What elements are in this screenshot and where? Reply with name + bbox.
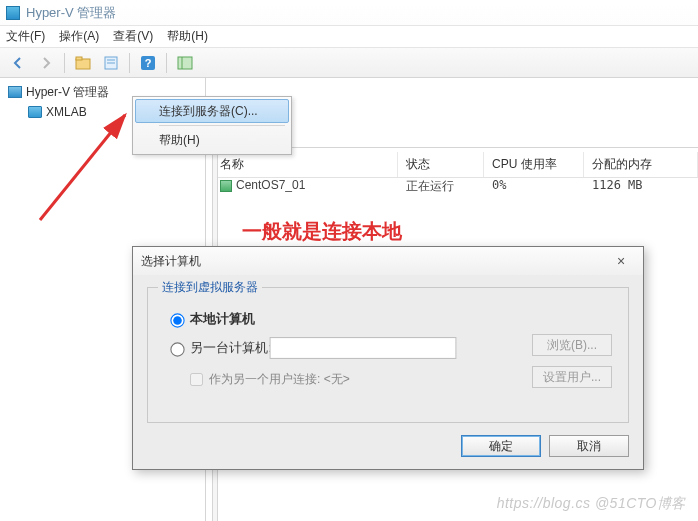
- manager-icon: [8, 86, 22, 98]
- annotation-text: 一般就是连接本地: [242, 218, 402, 245]
- svg-text:?: ?: [145, 57, 152, 69]
- alt-user-checkbox-row[interactable]: 作为另一个用户连接: <无>: [186, 370, 350, 389]
- col-state[interactable]: 状态: [398, 152, 484, 177]
- vm-mem: 1126 MB: [584, 175, 698, 198]
- radio-remote-label: 另一台计算机:: [190, 339, 272, 357]
- close-button[interactable]: ×: [607, 253, 635, 269]
- radio-local-label: 本地计算机: [190, 310, 255, 328]
- title-bar: Hyper-V 管理器: [0, 0, 698, 26]
- toolbar: ?: [0, 48, 698, 78]
- folder-button[interactable]: [71, 51, 95, 75]
- svg-rect-1: [76, 57, 82, 60]
- radio-local-input[interactable]: [170, 313, 184, 327]
- help-button[interactable]: ?: [136, 51, 160, 75]
- col-mem[interactable]: 分配的内存: [584, 152, 698, 177]
- menu-bar: 文件(F) 操作(A) 查看(V) 帮助(H): [0, 26, 698, 48]
- server-button[interactable]: [173, 51, 197, 75]
- tree-root-label: Hyper-V 管理器: [26, 84, 109, 101]
- toolbar-separator: [129, 53, 130, 73]
- vm-name: CentOS7_01: [236, 178, 305, 192]
- select-computer-dialog: 选择计算机 × 连接到虚拟服务器 本地计算机 另一台计算机: 浏览(B)... …: [132, 246, 644, 470]
- vm-state: 正在运行: [398, 175, 484, 198]
- col-cpu[interactable]: CPU 使用率: [484, 152, 584, 177]
- menu-actions[interactable]: 操作(A): [59, 28, 99, 45]
- vm-icon: [220, 180, 232, 192]
- group-label: 连接到虚拟服务器: [158, 279, 262, 296]
- watermark: https://blog.cs @51CTO博客: [497, 495, 686, 513]
- radio-remote-computer[interactable]: 另一台计算机:: [166, 338, 454, 358]
- browse-button[interactable]: 浏览(B)...: [532, 334, 612, 356]
- host-icon: [28, 106, 42, 118]
- context-menu: 连接到服务器(C)... 帮助(H): [132, 96, 292, 155]
- set-user-button[interactable]: 设置用户...: [532, 366, 612, 388]
- forward-button[interactable]: [34, 51, 58, 75]
- ctx-help[interactable]: 帮助(H): [135, 128, 289, 152]
- toolbar-separator: [166, 53, 167, 73]
- radio-remote-input[interactable]: [170, 342, 184, 356]
- radio-local-computer[interactable]: 本地计算机: [166, 310, 255, 328]
- alt-user-checkbox: [190, 373, 203, 386]
- app-title: Hyper-V 管理器: [26, 4, 116, 22]
- menu-help[interactable]: 帮助(H): [167, 28, 208, 45]
- remote-name-input[interactable]: [269, 337, 456, 359]
- app-icon: [6, 6, 20, 20]
- toolbar-separator: [64, 53, 65, 73]
- tree-host-label: XMLAB: [46, 105, 87, 119]
- alt-user-label: 作为另一个用户连接: <无>: [209, 371, 350, 388]
- vm-cpu: 0%: [484, 175, 584, 198]
- menu-view[interactable]: 查看(V): [113, 28, 153, 45]
- vm-row[interactable]: CentOS7_01 正在运行 0% 1126 MB: [212, 175, 698, 198]
- dialog-title: 选择计算机: [141, 253, 201, 270]
- cancel-button[interactable]: 取消: [549, 435, 629, 457]
- svg-rect-7: [178, 57, 192, 69]
- ctx-connect-server[interactable]: 连接到服务器(C)...: [135, 99, 289, 123]
- ok-button[interactable]: 确定: [461, 435, 541, 457]
- menu-file[interactable]: 文件(F): [6, 28, 45, 45]
- dialog-buttons: 确定 取消: [461, 435, 629, 457]
- back-button[interactable]: [6, 51, 30, 75]
- col-name[interactable]: 名称: [212, 152, 398, 177]
- dialog-title-bar[interactable]: 选择计算机 ×: [133, 247, 643, 275]
- group-box: 连接到虚拟服务器 本地计算机 另一台计算机: 浏览(B)... 作为另一个用户连…: [147, 287, 629, 423]
- properties-button[interactable]: [99, 51, 123, 75]
- ctx-separator: [159, 125, 285, 126]
